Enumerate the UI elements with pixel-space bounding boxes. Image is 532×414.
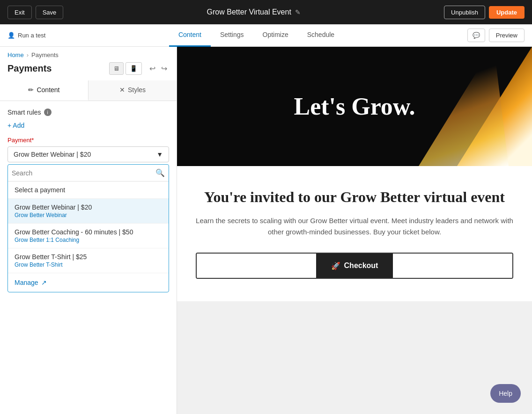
top-bar-left: Exit Save — [7, 6, 63, 19]
breadcrumb-separator: › — [27, 51, 29, 58]
nav-bar-right: 💬 Preview — [467, 29, 525, 42]
option-name: Grow Better Coaching - 60 minutes | $50 — [15, 228, 162, 236]
page-name: Grow Better Virtual Event — [207, 8, 291, 16]
hero-section: Let's Grow. — [177, 47, 532, 166]
help-button[interactable]: Help — [490, 384, 521, 403]
search-row: 🔍 — [8, 165, 169, 182]
styles-tab-label: Styles — [128, 86, 146, 94]
tab-schedule[interactable]: Schedule — [298, 24, 344, 47]
hero-title: Let's Grow. — [294, 93, 415, 120]
option-name: Select a payment — [15, 186, 162, 194]
page-title-bar: Grow Better Virtual Event ✎ — [207, 8, 301, 16]
option-sub: Grow Better Webinar — [15, 212, 162, 218]
save-button[interactable]: Save — [36, 6, 64, 19]
tab-content[interactable]: Content — [169, 24, 211, 47]
nav-bar: 👤 Run a test Content Settings Optimize S… — [0, 24, 532, 47]
breadcrumb-home[interactable]: Home — [7, 51, 24, 58]
option-name: Grow Better Webinar | $20 — [15, 203, 162, 211]
editor-tab-styles[interactable]: ✕ Styles — [88, 80, 177, 101]
tab-optimize[interactable]: Optimize — [253, 24, 298, 47]
manage-link[interactable]: Manage ↗ — [8, 273, 169, 292]
preview-button[interactable]: Preview — [489, 29, 525, 42]
option-name: Grow Better T-Shirt | $25 — [15, 253, 162, 261]
run-test-button[interactable]: 👤 Run a test — [7, 32, 45, 39]
content-tab-label: Content — [37, 86, 59, 94]
info-icon[interactable]: i — [44, 109, 52, 116]
dropdown-panel: 🔍 Select a payment Grow Better Webinar |… — [7, 164, 169, 292]
update-button[interactable]: Update — [489, 6, 525, 19]
payment-dropdown[interactable]: Grow Better Webinar | $20 ▼ — [7, 146, 169, 162]
option-sub: Grow Better 1:1 Coaching — [15, 237, 162, 243]
content-tab-icon: ✏ — [28, 86, 34, 94]
manage-label: Manage — [15, 279, 38, 286]
smart-rules-row: Smart rules i — [7, 109, 169, 116]
required-indicator: * — [31, 137, 34, 144]
edit-title-icon[interactable]: ✎ — [295, 8, 301, 16]
editor-tabs: ✏ Content ✕ Styles — [0, 80, 177, 101]
breadcrumb: Home › Payments — [0, 47, 177, 58]
sidebar-body: Smart rules i + Add Payment* Grow Better… — [0, 101, 177, 414]
smart-rules-label: Smart rules — [7, 109, 41, 116]
checkout-left-space — [197, 254, 316, 278]
chevron-down-icon: ▼ — [156, 151, 163, 158]
checkout-right-space — [393, 254, 512, 278]
external-link-icon: ↗ — [41, 279, 47, 286]
preview-panel: Let's Grow. You're invited to our Grow B… — [177, 47, 532, 414]
add-rule-button[interactable]: + Add — [7, 122, 24, 129]
sidebar: Home › Payments Payments 🖥 📱 ↩ ↪ ✏ Conte… — [0, 47, 177, 414]
event-title: You're invited to our Grow Better virtua… — [196, 189, 513, 206]
styles-tab-icon: ✕ — [119, 86, 125, 94]
option-select-payment[interactable]: Select a payment — [8, 182, 169, 199]
top-bar-right: Unpublish Update — [444, 6, 525, 19]
content-section: You're invited to our Grow Better virtua… — [177, 166, 532, 301]
checkout-button[interactable]: 🚀 Checkout — [316, 254, 393, 278]
desktop-view-button[interactable]: 🖥 — [109, 62, 124, 75]
option-webinar[interactable]: Grow Better Webinar | $20 Grow Better We… — [8, 199, 169, 224]
main-layout: Home › Payments Payments 🖥 📱 ↩ ↪ ✏ Conte… — [0, 47, 532, 414]
checkout-rocket-icon: 🚀 — [331, 261, 340, 270]
chat-button[interactable]: 💬 — [467, 29, 485, 42]
view-controls: 🖥 📱 ↩ ↪ — [109, 62, 169, 75]
option-sub: Grow Better T-Shirt — [15, 261, 162, 268]
payment-field-label: Payment* — [7, 137, 169, 144]
unpublish-button[interactable]: Unpublish — [444, 6, 485, 19]
breadcrumb-current: Payments — [31, 51, 59, 58]
run-test-label: Run a test — [18, 32, 45, 39]
undo-button[interactable]: ↩ — [148, 63, 157, 74]
option-tshirt[interactable]: Grow Better T-Shirt | $25 Grow Better T-… — [8, 248, 169, 273]
top-bar: Exit Save Grow Better Virtual Event ✎ Un… — [0, 0, 532, 24]
nav-tabs: Content Settings Optimize Schedule — [169, 24, 344, 47]
search-icon[interactable]: 🔍 — [155, 168, 165, 177]
run-test-icon: 👤 — [7, 32, 15, 39]
mobile-view-button[interactable]: 📱 — [126, 62, 142, 75]
page-title-row: Payments 🖥 📱 ↩ ↪ — [0, 58, 177, 80]
page-title: Payments — [7, 63, 52, 74]
option-coaching[interactable]: Grow Better Coaching - 60 minutes | $50 … — [8, 224, 169, 248]
dropdown-value: Grow Better Webinar | $20 — [14, 151, 91, 158]
exit-button[interactable]: Exit — [7, 6, 32, 19]
checkout-label: Checkout — [344, 261, 378, 270]
event-description: Learn the secrets to scaling with our Gr… — [196, 215, 513, 238]
checkout-bar: 🚀 Checkout — [196, 253, 513, 279]
search-input[interactable] — [12, 169, 155, 177]
redo-button[interactable]: ↪ — [159, 63, 169, 74]
undo-redo: ↩ ↪ — [148, 63, 169, 74]
editor-tab-content[interactable]: ✏ Content — [0, 80, 88, 101]
tab-settings[interactable]: Settings — [211, 24, 253, 47]
